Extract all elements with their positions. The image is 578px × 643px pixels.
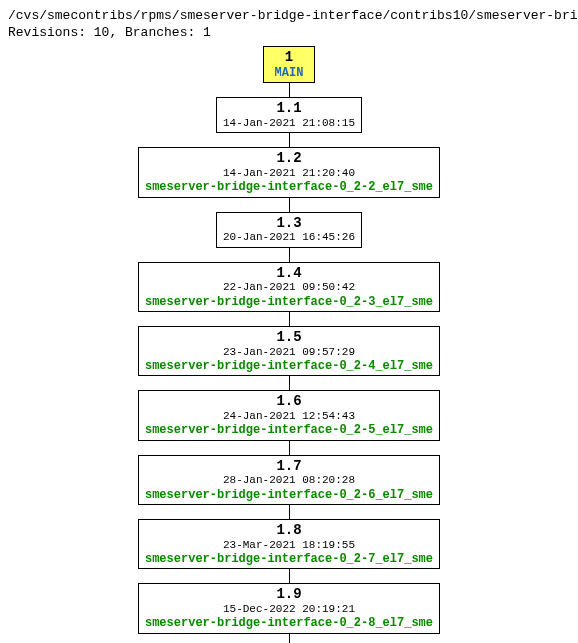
revision-node[interactable]: 1.422-Jan-2021 09:50:42smeserver-bridge-… [138, 262, 440, 312]
file-path: /cvs/smecontribs/rpms/smeserver-bridge-i… [8, 8, 570, 23]
branch-number: 1 [272, 49, 306, 66]
revision-tag: smeserver-bridge-interface-0_2-5_el7_sme [145, 423, 433, 437]
revision-tag: smeserver-bridge-interface-0_2-2_el7_sme [145, 180, 433, 194]
revision-date: 14-Jan-2021 21:20:40 [145, 167, 433, 180]
revision-node[interactable]: 1.728-Jan-2021 08:20:28smeserver-bridge-… [138, 455, 440, 505]
revision-number: 1.9 [145, 586, 433, 603]
connector [289, 83, 290, 97]
connector [289, 198, 290, 212]
revision-node[interactable]: 1.624-Jan-2021 12:54:43smeserver-bridge-… [138, 390, 440, 440]
connector [289, 376, 290, 390]
revision-tag: smeserver-bridge-interface-0_2-6_el7_sme [145, 488, 433, 502]
connector [289, 312, 290, 326]
revision-tag: smeserver-bridge-interface-0_2-4_el7_sme [145, 359, 433, 373]
revision-date: 23-Jan-2021 09:57:29 [145, 346, 433, 359]
connector [289, 634, 290, 643]
connector [289, 505, 290, 519]
revision-date: 23-Mar-2021 18:19:55 [145, 539, 433, 552]
revision-tree: 1 MAIN 1.114-Jan-2021 21:08:151.214-Jan-… [8, 46, 570, 643]
page-root: /cvs/smecontribs/rpms/smeserver-bridge-i… [0, 0, 578, 643]
connector [289, 248, 290, 262]
revision-date: 28-Jan-2021 08:20:28 [145, 474, 433, 487]
revision-date: 22-Jan-2021 09:50:42 [145, 281, 433, 294]
branch-node[interactable]: 1 MAIN [263, 46, 315, 83]
revision-node[interactable]: 1.320-Jan-2021 16:45:26 [216, 212, 362, 248]
revision-node[interactable]: 1.114-Jan-2021 21:08:15 [216, 97, 362, 133]
revision-date: 14-Jan-2021 21:08:15 [223, 117, 355, 130]
branch-name: MAIN [272, 66, 306, 80]
revision-number: 1.4 [145, 265, 433, 282]
revision-node[interactable]: 1.214-Jan-2021 21:20:40smeserver-bridge-… [138, 147, 440, 197]
connector [289, 569, 290, 583]
connector [289, 441, 290, 455]
revision-number: 1.2 [145, 150, 433, 167]
revision-tag: smeserver-bridge-interface-0_2-7_el7_sme [145, 552, 433, 566]
revision-summary: Revisions: 10, Branches: 1 [8, 25, 570, 40]
revision-number: 1.5 [145, 329, 433, 346]
revision-tag: smeserver-bridge-interface-0_2-8_el7_sme [145, 616, 433, 630]
revision-number: 1.1 [223, 100, 355, 117]
revision-number: 1.6 [145, 393, 433, 410]
revision-date: 24-Jan-2021 12:54:43 [145, 410, 433, 423]
revision-date: 20-Jan-2021 16:45:26 [223, 231, 355, 244]
revision-number: 1.7 [145, 458, 433, 475]
revision-node[interactable]: 1.915-Dec-2022 20:19:21smeserver-bridge-… [138, 583, 440, 633]
revision-number: 1.3 [223, 215, 355, 232]
connector [289, 133, 290, 147]
revision-node[interactable]: 1.523-Jan-2021 09:57:29smeserver-bridge-… [138, 326, 440, 376]
revision-tag: smeserver-bridge-interface-0_2-3_el7_sme [145, 295, 433, 309]
revision-node[interactable]: 1.823-Mar-2021 18:19:55smeserver-bridge-… [138, 519, 440, 569]
revision-number: 1.8 [145, 522, 433, 539]
revision-date: 15-Dec-2022 20:19:21 [145, 603, 433, 616]
